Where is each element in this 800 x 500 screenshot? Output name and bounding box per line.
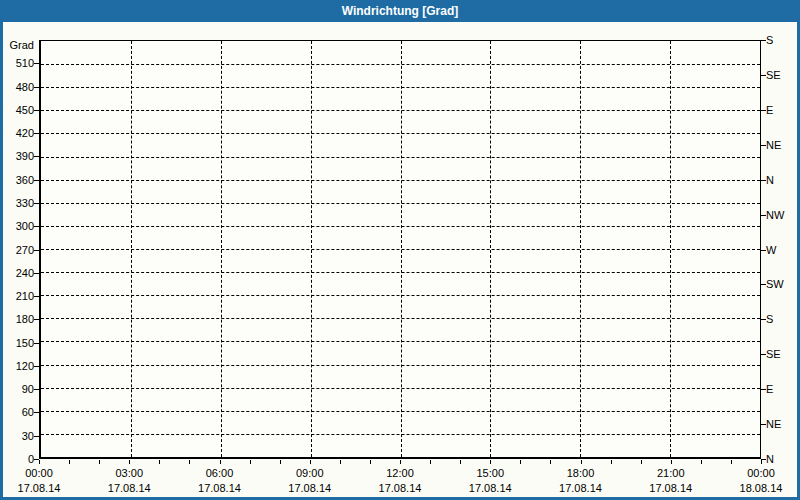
y-axis-tick-label: 210 — [0, 290, 34, 303]
y-axis-tick-label: 300 — [0, 220, 34, 233]
y-axis-tick-label: 360 — [0, 174, 34, 187]
compass-tick — [761, 389, 766, 390]
x-axis-tick — [701, 460, 702, 464]
compass-tick-label: W — [766, 244, 800, 257]
y-axis-tick — [34, 389, 39, 390]
x-axis-time-label: 03:00 — [97, 467, 161, 479]
compass-tick-label: NE — [766, 418, 800, 431]
x-axis-date-label: 17.08.14 — [188, 482, 252, 494]
y-axis-tick — [34, 412, 39, 413]
x-axis-date-label: 17.08.14 — [458, 482, 522, 494]
y-axis-tick — [34, 436, 39, 437]
y-axis-tick — [34, 273, 39, 274]
y-axis-tick-label: 180 — [0, 313, 34, 326]
x-axis-tick — [490, 460, 491, 464]
y-axis-tick — [34, 226, 39, 227]
y-axis-tick — [34, 110, 39, 111]
x-axis-tick — [611, 460, 612, 464]
y-axis-tick-label: 450 — [0, 104, 34, 117]
compass-tick-label: SE — [766, 348, 800, 361]
title-bar: Windrichtung [Grad] — [0, 0, 800, 22]
y-axis-tick-label: 120 — [0, 360, 34, 373]
y-axis-tick-label: 330 — [0, 197, 34, 210]
compass-tick-label: E — [766, 104, 800, 117]
x-axis-tick — [761, 460, 762, 464]
compass-tick — [761, 145, 766, 146]
gridline-vertical — [131, 41, 132, 457]
compass-tick-label: NE — [766, 139, 800, 152]
compass-tick — [761, 180, 766, 181]
compass-tick — [761, 354, 766, 355]
x-axis-tick — [731, 460, 732, 464]
x-axis-tick — [129, 460, 130, 464]
compass-tick-label: S — [766, 313, 800, 326]
y-axis-tick — [34, 296, 39, 297]
y-axis-tick — [34, 133, 39, 134]
x-axis-tick — [581, 460, 582, 464]
x-axis-tick — [280, 460, 281, 464]
compass-tick-label: E — [766, 383, 800, 396]
x-axis-tick — [370, 460, 371, 464]
x-axis-tick — [310, 460, 311, 464]
compass-tick-label: SW — [766, 278, 800, 291]
chart-plot-area — [39, 40, 761, 459]
x-axis-tick — [550, 460, 551, 464]
x-axis-time-label: 21:00 — [639, 467, 703, 479]
y-axis-tick-label: 90 — [0, 383, 34, 396]
x-axis-time-label: 18:00 — [549, 467, 613, 479]
x-axis-time-label: 00:00 — [7, 467, 71, 479]
y-axis-tick-label: 270 — [0, 244, 34, 257]
x-axis-date-label: 17.08.14 — [278, 482, 342, 494]
y-axis-unit-label: Grad — [0, 39, 34, 52]
x-axis-tick — [39, 460, 40, 464]
gridline-vertical — [670, 41, 671, 457]
compass-tick — [761, 284, 766, 285]
x-axis-tick — [99, 460, 100, 464]
x-axis-tick — [430, 460, 431, 464]
x-axis-tick — [520, 460, 521, 464]
compass-tick-label: S — [766, 34, 800, 47]
gridline-vertical — [311, 41, 312, 457]
y-axis-tick — [34, 180, 39, 181]
compass-tick — [761, 424, 766, 425]
compass-tick — [761, 110, 766, 111]
y-axis-tick-label: 240 — [0, 267, 34, 280]
compass-tick-label: SE — [766, 69, 800, 82]
app-window: Windrichtung [Grad] 03060901201501802102… — [0, 0, 800, 500]
y-axis-tick — [34, 319, 39, 320]
x-axis-tick — [400, 460, 401, 464]
y-axis-tick-label: 420 — [0, 127, 34, 140]
gridline-vertical — [580, 41, 581, 457]
x-axis-tick — [69, 460, 70, 464]
x-axis-date-label: 17.08.14 — [639, 482, 703, 494]
x-axis-tick — [671, 460, 672, 464]
y-axis-tick-label: 150 — [0, 337, 34, 350]
gridline-vertical — [221, 41, 222, 457]
compass-tick-label: N — [766, 174, 800, 187]
compass-tick — [761, 215, 766, 216]
x-axis-time-label: 00:00 — [729, 467, 793, 479]
x-axis-date-label: 17.08.14 — [7, 482, 71, 494]
x-axis-tick — [220, 460, 221, 464]
compass-tick — [761, 250, 766, 251]
gridline-vertical — [401, 41, 402, 457]
compass-tick — [761, 40, 766, 41]
x-axis-time-label: 06:00 — [188, 467, 252, 479]
x-axis-time-label: 15:00 — [458, 467, 522, 479]
x-axis-tick — [159, 460, 160, 464]
window-border-left — [0, 22, 3, 500]
gridline-vertical — [490, 41, 491, 457]
x-axis-date-label: 17.08.14 — [97, 482, 161, 494]
y-axis-tick — [34, 343, 39, 344]
x-axis-tick — [250, 460, 251, 464]
x-axis-time-label: 09:00 — [278, 467, 342, 479]
y-axis-tick-label: 0 — [0, 453, 34, 466]
y-axis-tick-label: 60 — [0, 406, 34, 419]
y-axis-tick-label: 480 — [0, 81, 34, 94]
y-axis-tick — [34, 87, 39, 88]
y-axis-tick — [34, 250, 39, 251]
compass-tick-label: N — [766, 453, 800, 466]
x-axis-tick — [189, 460, 190, 464]
page-title: Windrichtung [Grad] — [342, 4, 459, 18]
y-axis-tick — [34, 203, 39, 204]
